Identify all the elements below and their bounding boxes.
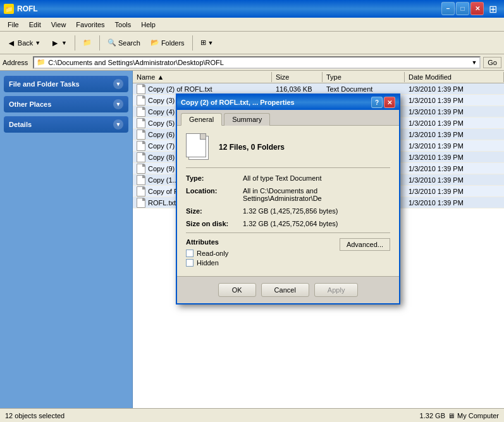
search-label: Search xyxy=(118,39,140,47)
prop-label-size: Size: xyxy=(186,207,243,215)
sidebar-section-label-other-places: Other Places xyxy=(9,100,51,108)
forward-chevron-icon: ▼ xyxy=(61,40,67,46)
prop-row-size: Size: 1.32 GB (1,425,725,856 bytes) xyxy=(186,207,390,215)
file-date-cell: 1/3/2010 1:39 PM xyxy=(405,96,504,105)
sidebar-section-header-details[interactable]: Details ▼ xyxy=(4,116,128,133)
prop-row-location: Location: All in C:\Documents and Settin… xyxy=(186,187,390,202)
toolbar-separator-3 xyxy=(192,35,193,51)
prop-label-size-on-disk: Size on disk: xyxy=(186,220,243,227)
file-type-cell: Text Document xyxy=(323,85,405,93)
file-date-cell: 1/3/2010 1:39 PM xyxy=(405,107,504,116)
computer-icon: 🖥 xyxy=(448,412,455,419)
views-button[interactable]: ⊞ ▼ xyxy=(196,36,218,49)
sidebar-section-header-file-folder-tasks[interactable]: File and Folder Tasks ▼ xyxy=(4,76,128,92)
status-bar: 12 objects selected 1.32 GB 🖥 My Compute… xyxy=(0,408,504,422)
prop-value-size: 1.32 GB (1,425,725,856 bytes) xyxy=(243,207,390,215)
dialog-help-button[interactable]: ? xyxy=(371,97,383,108)
sidebar-section-file-folder-tasks: File and Folder Tasks ▼ xyxy=(4,76,128,92)
menu-view[interactable]: View xyxy=(46,20,71,30)
file-date-cell: 1/3/2010 1:39 PM xyxy=(405,85,504,93)
menu-tools[interactable]: Tools xyxy=(110,20,137,30)
apply-button[interactable]: Apply xyxy=(314,283,359,297)
toolbar: ◄ Back ▼ ► ▼ 📁 🔍 Search 📂 Folders ⊞ ▼ xyxy=(0,32,504,54)
tab-summary[interactable]: Summary xyxy=(224,113,270,126)
col-header-name[interactable]: Name ▲ xyxy=(133,72,272,82)
status-right: 1.32 GB 🖥 My Computer xyxy=(420,412,499,419)
folders-button[interactable]: 📂 Folders xyxy=(146,36,189,49)
menu-favorites[interactable]: Favorites xyxy=(71,20,109,30)
my-computer-label: My Computer xyxy=(457,412,499,419)
address-bar: Address 📁 C:\Documents and Settings\Admi… xyxy=(0,54,504,71)
menu-bar: File Edit View Favorites Tools Help xyxy=(0,18,504,32)
my-computer: 🖥 My Computer xyxy=(448,412,499,419)
file-doc-icon xyxy=(137,141,145,151)
menu-help[interactable]: Help xyxy=(136,20,161,30)
prop-label-type: Type: xyxy=(186,174,243,182)
folder-up-icon: 📁 xyxy=(83,39,92,47)
file-size-cell: 116,036 KB xyxy=(272,85,323,93)
tab-general[interactable]: General xyxy=(181,113,222,126)
multi-doc-icon xyxy=(186,133,211,161)
folders-icon: 📂 xyxy=(151,39,159,47)
dialog-icon-section: 12 Files, 0 Folders xyxy=(186,133,390,168)
address-folder-icon: 📁 xyxy=(37,58,46,66)
file-doc-icon xyxy=(137,118,145,128)
back-label: Back xyxy=(18,39,33,47)
back-button[interactable]: ◄ Back ▼ xyxy=(3,35,45,51)
col-header-date[interactable]: Date Modified xyxy=(405,72,504,82)
prop-row-type: Type: All of type Text Document xyxy=(186,174,390,182)
forward-arrow-icon: ► xyxy=(51,38,59,48)
advanced-button[interactable]: Advanced... xyxy=(340,238,390,251)
dialog-close-button[interactable]: ✕ xyxy=(384,97,395,108)
window-title: ROFL xyxy=(17,4,38,13)
sidebar-chevron-other-places: ▼ xyxy=(113,99,123,109)
readonly-label: Read-only xyxy=(197,250,228,257)
file-doc-icon xyxy=(137,175,145,185)
sidebar: File and Folder Tasks ▼ Other Places ▼ D… xyxy=(0,71,133,408)
sidebar-section-header-other-places[interactable]: Other Places ▼ xyxy=(4,96,128,112)
attr-checkboxes: Attributes Read-only Hidden xyxy=(186,238,228,268)
menu-edit[interactable]: Edit xyxy=(24,20,46,30)
file-date-cell: 1/3/2010 1:39 PM xyxy=(405,187,504,196)
doc-front xyxy=(186,133,206,157)
sidebar-section-details: Details ▼ xyxy=(4,116,128,133)
sidebar-section-other-places: Other Places ▼ xyxy=(4,96,128,112)
hidden-checkbox[interactable] xyxy=(186,259,194,267)
back-chevron-icon: ▼ xyxy=(35,40,40,46)
up-button[interactable]: 📁 xyxy=(78,36,96,49)
file-doc-icon xyxy=(137,84,145,94)
maximize-button[interactable]: □ xyxy=(456,2,469,15)
ok-button[interactable]: OK xyxy=(218,283,256,297)
forward-button[interactable]: ► ▼ xyxy=(46,35,71,51)
file-name-cell: Copy (2) of ROFL.txt xyxy=(133,83,272,95)
prop-row-size-on-disk: Size on disk: 1.32 GB (1,425,752,064 byt… xyxy=(186,220,390,227)
close-button[interactable]: ✕ xyxy=(470,2,484,15)
file-date-cell: 1/3/2010 1:39 PM xyxy=(405,119,504,128)
file-date-cell: 1/3/2010 1:39 PM xyxy=(405,153,504,162)
readonly-checkbox[interactable] xyxy=(186,250,194,257)
col-header-type[interactable]: Type xyxy=(323,72,405,82)
file-date-cell: 1/3/2010 1:39 PM xyxy=(405,164,504,173)
address-input[interactable]: 📁 C:\Documents and Settings\Administrato… xyxy=(33,56,481,69)
views-icon: ⊞ xyxy=(200,39,206,47)
minimize-button[interactable]: – xyxy=(441,2,455,15)
sidebar-section-label-details: Details xyxy=(9,121,32,128)
prop-value-type: All of type Text Document xyxy=(243,174,390,182)
folders-label: Folders xyxy=(161,39,185,47)
cancel-button[interactable]: Cancel xyxy=(261,283,309,297)
dialog-title-controls: ? ✕ xyxy=(371,97,395,108)
status-selection: 12 objects selected xyxy=(5,412,65,419)
col-header-size[interactable]: Size xyxy=(272,72,323,82)
file-doc-icon xyxy=(137,198,145,208)
file-date-cell: 1/3/2010 1:39 PM xyxy=(405,198,504,207)
toolbar-separator-1 xyxy=(75,35,75,51)
address-value: C:\Documents and Settings\Administrator\… xyxy=(48,59,471,66)
attr-label: Attributes xyxy=(186,238,228,246)
menu-file[interactable]: File xyxy=(3,20,24,30)
search-button[interactable]: 🔍 Search xyxy=(103,36,145,49)
file-doc-icon xyxy=(137,164,145,174)
title-bar: 📁 ROFL – □ ✕ ⊞ xyxy=(0,0,504,18)
go-button[interactable]: Go xyxy=(483,57,501,68)
address-dropdown-icon[interactable]: ▼ xyxy=(471,59,477,66)
title-bar-controls: – □ ✕ ⊞ xyxy=(441,2,500,16)
